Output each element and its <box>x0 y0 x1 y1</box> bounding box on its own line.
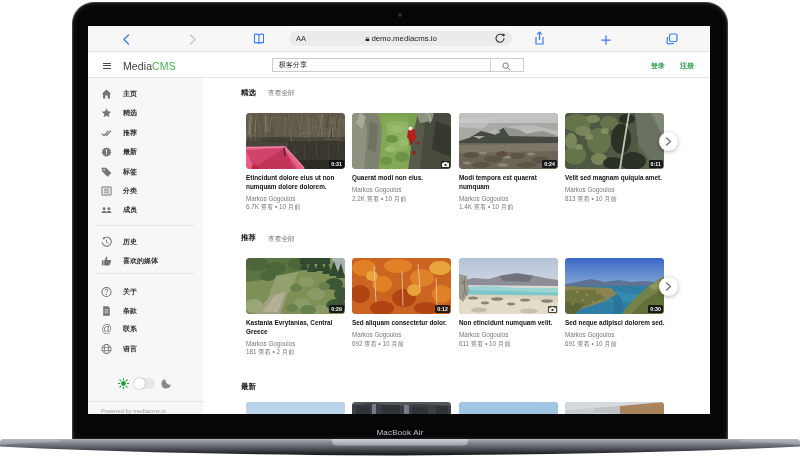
svg-text:@: @ <box>101 324 111 335</box>
